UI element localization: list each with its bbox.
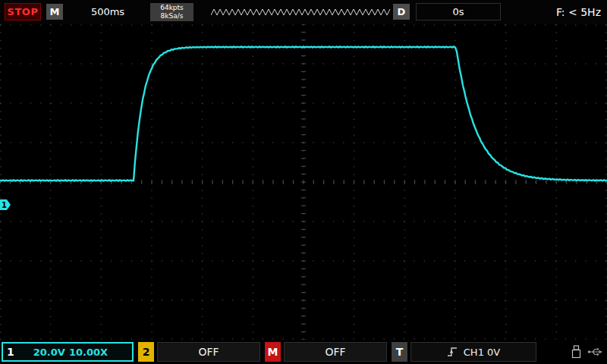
math-status-box[interactable]: OFF bbox=[284, 342, 387, 362]
sample-rate: 8kSa/s bbox=[161, 12, 184, 20]
channel2-badge[interactable]: 2 bbox=[138, 342, 154, 362]
channel1-number: 1 bbox=[7, 346, 14, 358]
delay-button[interactable]: D bbox=[393, 4, 410, 20]
usb-device-icon bbox=[571, 345, 581, 359]
usb-status-area bbox=[571, 342, 602, 362]
waveform-preview bbox=[211, 6, 392, 18]
channel1-scale: 20.0V bbox=[33, 347, 65, 358]
channel2-status-box[interactable]: OFF bbox=[157, 342, 260, 362]
horizontal-position-value: 0s bbox=[416, 3, 501, 20]
top-bar: STOP M 500ms 64kpts 8kSa/s D 0s F: < 5Hz bbox=[0, 0, 607, 24]
horizontal-menu-button[interactable]: M bbox=[46, 4, 63, 20]
timebase-value: 500ms bbox=[70, 4, 146, 20]
channel2-status: OFF bbox=[198, 346, 219, 358]
run-stop-button[interactable]: STOP bbox=[5, 3, 41, 20]
math-badge[interactable]: M bbox=[265, 342, 281, 362]
trigger-source-level: CH1 0V bbox=[464, 347, 500, 358]
bottom-bar: 1 20.0V 10.00X 2 OFF M OFF T CH1 0V bbox=[0, 340, 607, 364]
oscilloscope-screen: STOP M 500ms 64kpts 8kSa/s D 0s F: < 5Hz… bbox=[0, 0, 607, 364]
channel1-box[interactable]: 1 20.0V 10.00X bbox=[2, 342, 134, 362]
scope-display: 1 bbox=[0, 24, 607, 340]
usb-symbol-icon bbox=[587, 347, 602, 357]
trigger-badge[interactable]: T bbox=[392, 342, 407, 362]
acquisition-info-box: 64kpts 8kSa/s bbox=[150, 3, 193, 21]
trigger-info-box[interactable]: CH1 0V bbox=[410, 342, 536, 362]
probe-attenuation: 10.00X bbox=[69, 347, 108, 358]
graticule-and-trace bbox=[0, 24, 607, 340]
rising-edge-icon bbox=[447, 346, 458, 358]
memory-depth: 64kpts bbox=[160, 4, 184, 12]
math-status: OFF bbox=[325, 346, 345, 358]
frequency-counter: F: < 5Hz bbox=[517, 4, 601, 20]
